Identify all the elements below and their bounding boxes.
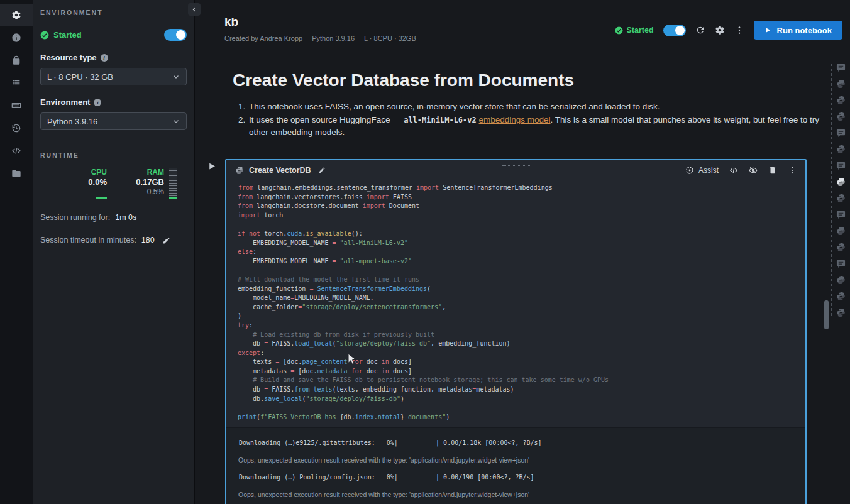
rail-info-icon[interactable]: [0, 26, 33, 49]
session-timeout-row: Session timeout in minutes: 180: [40, 236, 187, 244]
assist-button[interactable]: Assist: [685, 166, 719, 175]
minimap-markdown-cell-icon[interactable]: [836, 210, 846, 219]
rail-lock-icon[interactable]: [0, 49, 33, 72]
code-line: import torch: [238, 212, 805, 221]
session-timeout-value: 180: [141, 236, 155, 244]
code-line: model_name=EMBEDDING_MODEL_NAME,: [238, 294, 805, 304]
environment-label-row: Environment i: [40, 97, 187, 107]
refresh-icon[interactable]: [695, 25, 705, 35]
minimap-markdown-cell-icon[interactable]: [836, 128, 846, 138]
code-view-icon[interactable]: [729, 166, 738, 175]
code-line: from langchain.vectorstores.faiss import…: [238, 194, 805, 203]
code-line: try:: [238, 322, 805, 331]
info-icon[interactable]: i: [94, 99, 101, 106]
markdown-list-item: It uses the open source HuggingFace all-…: [248, 114, 820, 139]
meter-divider: [116, 168, 116, 199]
resource-type-label-row: Resource type i: [40, 53, 187, 62]
resource-type-value: L · 8 CPU · 32 GB: [47, 72, 113, 82]
edit-cell-title-pencil-icon[interactable]: [318, 167, 326, 174]
minimap-code-cell-icon[interactable]: [836, 112, 846, 121]
rail-history-icon[interactable]: [0, 117, 33, 140]
cell-title: Create VectorDB: [249, 166, 311, 175]
main-area: kb Created by Andrea Kropp Python 3.9.16…: [195, 0, 850, 504]
ram-meter: RAM 0.17GB 0.5%: [125, 168, 164, 199]
icon-rail: [0, 0, 33, 504]
minimap-code-cell-icon[interactable]: [836, 226, 846, 236]
cell-drag-handle[interactable]: [502, 163, 530, 166]
session-status-row: Started: [40, 29, 187, 41]
panel-title: ENVIRONMENT: [40, 9, 187, 16]
ram-percent: 0.5%: [147, 187, 164, 196]
code-line: from langchain.embeddings.sentence_trans…: [238, 184, 805, 194]
download-progress-output: Downloading (…)_Pooling/config.json: 0%|…: [226, 469, 805, 486]
collapse-panel-button[interactable]: [188, 3, 201, 16]
minimap-markdown-cell-icon[interactable]: [836, 63, 846, 72]
check-circle-icon: [615, 26, 623, 35]
header-controls: Started Run notebook: [615, 21, 842, 40]
code-line: EMBEDDING_MODEL_NAME = "all-mpnet-base-v…: [238, 258, 805, 267]
code-cell: Create VectorDB Assist: [225, 159, 807, 504]
session-toggle[interactable]: [164, 29, 187, 41]
rail-gear-icon[interactable]: [0, 4, 33, 26]
minimap-code-cell-icon[interactable]: [836, 243, 846, 252]
python-icon: [235, 166, 244, 175]
rail-list-icon[interactable]: [0, 72, 33, 94]
environment-label: Environment: [40, 97, 90, 107]
rail-folder-icon[interactable]: [0, 162, 33, 185]
code-line: cache_folder="storage/deploy/sentencetra…: [238, 304, 805, 313]
embeddings-model-link[interactable]: embeddings model: [479, 115, 551, 124]
minimap-code-cell-icon[interactable]: [836, 275, 846, 285]
notebook-scrollbar-thumb[interactable]: [824, 300, 829, 329]
resource-type-label: Resource type: [40, 53, 97, 62]
code-editor[interactable]: from langchain.embeddings.sentence_trans…: [226, 180, 805, 427]
gear-icon[interactable]: [715, 25, 725, 35]
markdown-text: It uses the open source HuggingFace: [249, 115, 392, 124]
session-running-value: 1m 0s: [115, 213, 136, 222]
rail-keyboard-icon[interactable]: [0, 94, 33, 117]
code-line: [238, 221, 805, 230]
header-status: Started: [615, 26, 654, 35]
header-status-label: Started: [627, 26, 654, 35]
execution-warning-output: Oops, unexpected execution result receiv…: [226, 486, 805, 503]
info-icon[interactable]: i: [101, 54, 108, 62]
markdown-text: This notebook uses FAISS, an open source…: [249, 102, 660, 111]
toggle-knob: [675, 26, 685, 35]
minimap-code-cell-icon[interactable]: [836, 96, 846, 105]
resource-type-select[interactable]: L · 8 CPU · 32 GB: [40, 68, 187, 85]
header-session-toggle[interactable]: [663, 25, 686, 36]
hide-output-icon[interactable]: [749, 166, 758, 175]
minimap-code-cell-icon[interactable]: [836, 177, 846, 187]
edit-timeout-pencil-icon[interactable]: [162, 236, 170, 244]
minimap-code-cell-icon[interactable]: [836, 194, 846, 203]
minimap-markdown-cell-icon[interactable]: [836, 161, 846, 170]
code-line: # Will download the model the first time…: [238, 276, 805, 285]
minimap-code-cell-icon[interactable]: [836, 79, 846, 89]
cpu-value: 0.0%: [88, 177, 107, 187]
run-cell-button[interactable]: [207, 162, 216, 173]
code-line: embedding_function = SentenceTransformer…: [238, 285, 805, 295]
notebook-meta: Created by Andrea Kropp Python 3.9.16 L …: [224, 35, 416, 42]
ram-label: RAM: [147, 168, 164, 177]
code-line: except:: [238, 349, 805, 359]
minimap-code-cell-icon[interactable]: [836, 145, 846, 154]
chevron-down-icon: [172, 118, 180, 125]
minimap-markdown-cell-icon[interactable]: [836, 259, 846, 268]
cell-kebab-menu-icon[interactable]: [788, 166, 797, 175]
delete-cell-trash-icon[interactable]: [768, 166, 777, 175]
toggle-knob: [176, 30, 185, 40]
meta-resources: L · 8CPU · 32GB: [364, 35, 416, 42]
run-notebook-button[interactable]: Run notebook: [754, 21, 842, 40]
minimap-code-cell-icon[interactable]: [836, 308, 846, 317]
environment-select[interactable]: Python 3.9.16: [40, 112, 187, 130]
code-line: [238, 404, 805, 414]
code-line: EMBEDDING_MODEL_NAME = "all-MiniLM-L6-v2…: [238, 239, 805, 249]
execution-warning-output: Oops, unexpected execution result receiv…: [226, 451, 805, 469]
kebab-menu-icon[interactable]: [734, 25, 744, 35]
code-line: metadatas = [doc.metadata for doc in doc…: [238, 368, 805, 377]
minimap-code-cell-icon[interactable]: [836, 292, 846, 301]
rail-code-icon[interactable]: [0, 140, 33, 162]
code-line: [238, 266, 805, 276]
runtime-title: RUNTIME: [40, 151, 187, 159]
meta-python-version: Python 3.9.16: [312, 35, 355, 42]
code-line: ): [238, 312, 805, 322]
